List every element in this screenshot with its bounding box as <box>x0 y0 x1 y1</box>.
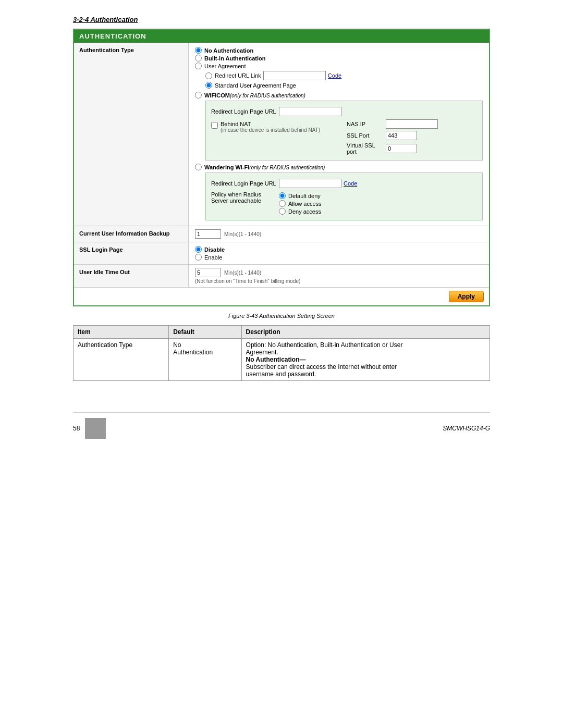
nas-ip-label: NAS IP <box>347 121 386 127</box>
ssl-disable-label: Disable <box>204 246 225 253</box>
default-deny-radio[interactable] <box>279 192 286 199</box>
virtual-ssl-label: Virtual SSL port <box>347 142 386 155</box>
user-agreement-sub: Redirect URL Link Code Standard User Agr… <box>205 71 483 89</box>
wificom-label: WIFICOM(only for RADIUS authentication) <box>204 92 305 98</box>
backup-input[interactable] <box>195 229 221 239</box>
standard-ua-option[interactable]: Standard User Agreement Page <box>205 82 483 89</box>
behind-nat-checkbox[interactable] <box>211 122 218 129</box>
no-auth-option[interactable]: No Authentication <box>195 47 483 54</box>
user-agreement-label: User Agreement <box>204 63 246 69</box>
wandering-sub-section: Redirect Login Page URL Code Policy when… <box>205 172 483 220</box>
auth-type-row: Authentication Type No Authentication Bu… <box>74 43 489 226</box>
auth-panel: AUTHENTICATION Authentication Type No Au… <box>73 29 490 306</box>
wificom-sub-section: Redirect Login Page URL Behind NAT (in c… <box>205 101 483 161</box>
table-row: Authentication Type No Authentication Op… <box>74 339 490 381</box>
redirect-url-input[interactable] <box>263 71 326 80</box>
default-deny-label: Default deny <box>288 193 321 199</box>
wandering-redirect-label: Redirect Login Page URL <box>211 180 279 187</box>
redirect-login-input[interactable] <box>279 107 341 116</box>
ssl-login-content: Disable Enable <box>189 242 489 264</box>
table-cell-default: No Authentication <box>169 339 241 381</box>
wandering-policy-block: Policy when Radius Server unreachable De… <box>211 191 477 216</box>
page-number: 58 <box>73 425 80 432</box>
table-header-row: Item Default Description <box>74 326 490 339</box>
apply-row: Apply <box>74 288 489 305</box>
wandering-redirect-row: Redirect Login Page URL Code <box>211 179 477 188</box>
col-description: Description <box>241 326 489 339</box>
wandering-name: Wandering Wi-Fi <box>204 164 249 170</box>
backup-content: Min(s)(1 - 1440) <box>189 226 489 242</box>
auth-panel-header: AUTHENTICATION <box>74 30 489 43</box>
page-footer: 58 SMCWHSG14-G <box>73 412 490 439</box>
ssl-port-label: SSL Port <box>347 132 386 139</box>
deny-access-radio[interactable] <box>279 208 286 215</box>
section-title: 3-2-4 Authentication <box>73 16 490 23</box>
table-cell-item: Authentication Type <box>74 339 169 381</box>
wandering-sub: (only for RADIUS authentication) <box>249 165 325 170</box>
ssl-disable-radio[interactable] <box>195 246 202 253</box>
virtual-ssl-row: Virtual SSL port <box>347 142 477 155</box>
ssl-enable-label: Enable <box>204 254 222 261</box>
builtin-auth-option[interactable]: Built-in Authentication <box>195 55 483 61</box>
product-name: SMCWHSG14-G <box>443 425 490 432</box>
backup-min-note: Min(s)(1 - 1440) <box>224 231 261 237</box>
page-thumb <box>85 418 106 439</box>
redirect-url-radio[interactable] <box>205 72 212 79</box>
allow-access-option[interactable]: Allow access <box>279 200 322 207</box>
user-agreement-radio[interactable] <box>195 63 202 69</box>
ssl-login-label: SSL Login Page <box>74 242 189 264</box>
wificom-name: WIFICOM <box>204 92 230 98</box>
behind-nat-label: Behind NAT (in case the device is instal… <box>221 121 320 133</box>
behind-nat-row: Behind NAT (in case the device is instal… <box>211 120 341 134</box>
wandering-wifi-option[interactable]: Wandering Wi-Fi(only for RADIUS authenti… <box>195 164 483 170</box>
backup-label: Current User Information Backup <box>74 226 189 242</box>
builtin-auth-radio[interactable] <box>195 55 202 61</box>
virtual-ssl-input[interactable] <box>386 144 417 153</box>
user-agreement-option[interactable]: User Agreement <box>195 63 483 69</box>
wandering-label: Wandering Wi-Fi(only for RADIUS authenti… <box>204 164 325 170</box>
idle-timeout-row: User Idle Time Out Min(s)(1 - 1440) (Not… <box>74 265 489 288</box>
idle-timeout-label: User Idle Time Out <box>74 265 189 287</box>
wandering-wifi-radio[interactable] <box>195 164 202 170</box>
wificom-option[interactable]: WIFICOM(only for RADIUS authentication) <box>195 92 483 98</box>
ssl-enable-option[interactable]: Enable <box>195 254 483 261</box>
ssl-enable-radio[interactable] <box>195 254 202 261</box>
builtin-auth-label: Built-in Authentication <box>204 55 266 61</box>
wandering-code-link[interactable]: Code <box>344 180 357 187</box>
wandering-redirect-input[interactable] <box>279 179 341 188</box>
behind-nat-option[interactable]: Behind NAT (in case the device is instal… <box>211 121 320 133</box>
standard-ua-radio[interactable] <box>205 82 212 89</box>
idle-timeout-content: Min(s)(1 - 1440) (Not function on "Time … <box>189 265 489 287</box>
allow-access-radio[interactable] <box>279 200 286 207</box>
col-item: Item <box>74 326 169 339</box>
idle-timeout-input-row: Min(s)(1 - 1440) <box>195 268 483 277</box>
wandering-policy-label: Policy when Radius Server unreachable <box>211 191 279 216</box>
wandering-policy-options: Default deny Allow access Deny access <box>279 191 322 216</box>
idle-timeout-input[interactable] <box>195 268 221 277</box>
deny-access-label: Deny access <box>288 208 321 215</box>
no-auth-label: No Authentication <box>204 47 253 54</box>
ssl-disable-option[interactable]: Disable <box>195 246 483 253</box>
apply-button[interactable]: Apply <box>449 291 484 302</box>
redirect-login-label: Redirect Login Page URL <box>211 108 279 115</box>
figure-caption: Figure 3-43 Authentication Setting Scree… <box>73 313 490 319</box>
ssl-port-input[interactable] <box>386 131 417 140</box>
redirect-url-option[interactable]: Redirect URL Link Code <box>205 71 483 80</box>
redirect-url-code-link[interactable]: Code <box>328 72 341 79</box>
auth-panel-body: Authentication Type No Authentication Bu… <box>74 43 489 305</box>
nas-ip-row: NAS IP <box>347 119 477 129</box>
nas-ip-input[interactable] <box>386 119 438 129</box>
deny-access-option[interactable]: Deny access <box>279 208 322 215</box>
wificom-left-block: Behind NAT (in case the device is instal… <box>211 118 341 156</box>
default-deny-option[interactable]: Default deny <box>279 192 322 199</box>
standard-ua-label: Standard User Agreement Page <box>215 82 296 89</box>
ssl-login-row: SSL Login Page Disable Enable <box>74 242 489 265</box>
no-auth-radio[interactable] <box>195 47 202 54</box>
backup-row: Current User Information Backup Min(s)(1… <box>74 226 489 242</box>
auth-type-label: Authentication Type <box>74 43 189 226</box>
idle-timeout-min-note: Min(s)(1 - 1440) <box>224 270 261 276</box>
wificom-radio[interactable] <box>195 92 202 98</box>
data-table: Item Default Description Authentication … <box>73 325 490 381</box>
wificom-sub: (only for RADIUS authentication) <box>230 93 305 98</box>
redirect-login-row: Redirect Login Page URL <box>211 107 477 116</box>
